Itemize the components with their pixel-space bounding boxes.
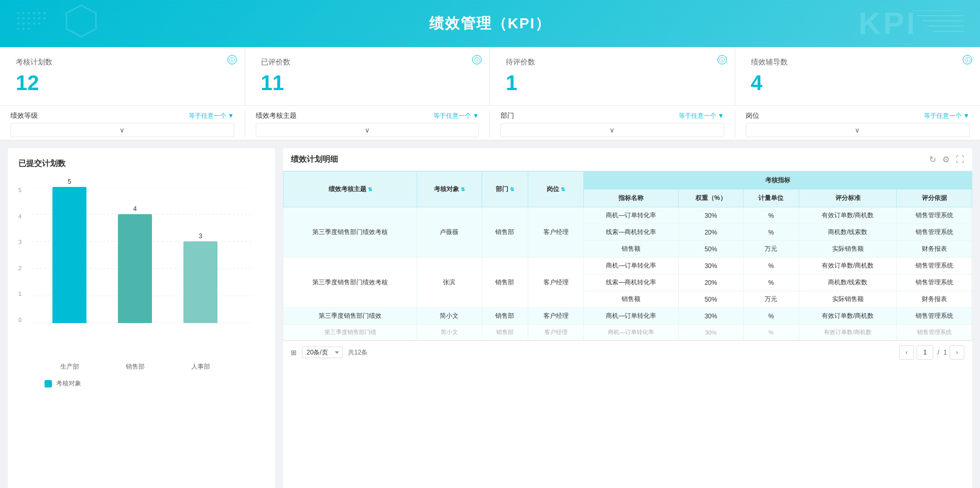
svg-point-13 [23,23,25,25]
fullscreen-icon[interactable]: ⛶ [956,155,964,164]
row-0-kpi-2-standard: 实际销售额 [799,241,897,258]
svg-point-2 [28,12,30,14]
row-1-kpi-1-standard: 商机数/线索数 [799,274,897,291]
row-1-kpi-1-basis: 销售管理系统 [897,274,972,291]
row-2-kpi-0-name: 商机—订单转化率 [584,308,679,325]
svg-point-10 [38,17,40,19]
filter-label-0: 绩效等级 [10,111,38,120]
th-theme: 绩效考核主题 ⇅ [284,172,417,207]
filter-link-1[interactable]: 等于任意一个 ▼ [433,112,479,120]
svg-point-1 [23,12,25,14]
row-2-position: 客户经理 [528,308,584,325]
row-0-kpi-1-name: 线索—商机转化率 [584,224,679,241]
filter-label-3: 岗位 [746,111,759,120]
partial-row-cell-6: % [743,325,799,340]
bar-0 [52,187,86,323]
row-0-kpi-1-standard: 商机数/线索数 [799,224,897,241]
filter-group-0: 绩效等级 等于任意一个 ▼ ∨ [0,111,245,137]
next-page-button[interactable]: › [950,345,964,360]
chart-bars: 5 4 3 [31,187,252,323]
refresh-icon[interactable]: ↻ [929,154,936,164]
pagination-right: ‹ / 1 › [899,345,964,360]
prev-page-button[interactable]: ‹ [899,345,914,360]
table-scroll[interactable]: 绩效考核主题 ⇅ 考核对象 ⇅ 部门 [283,171,972,340]
row-0-kpi-0-basis: 销售管理系统 [897,207,972,224]
x-label-0: 生产部 [52,362,86,371]
svg-point-6 [17,17,19,19]
row-1-kpi-0-basis: 销售管理系统 [897,258,972,274]
row-0-kpi-0-weight: 30% [679,207,743,224]
bar-2 [183,241,217,323]
row-0-kpi-2-unit: 万元 [743,241,799,258]
sort-icon-dept: ⇅ [510,186,514,192]
stat-info-icon-2[interactable]: ⓘ [717,55,727,64]
page-slash: / [936,349,941,356]
stat-label-2: 待评价数 [506,58,719,67]
th-kpi-name: 指标名称 [584,190,679,207]
filter-label-1: 绩效考核主题 [256,111,297,120]
page-total: 共12条 [348,348,367,357]
row-1-kpi-2-basis: 财务报表 [897,291,972,308]
row-0-dept: 销售部 [482,207,528,258]
y-label-0: 0 [18,317,21,323]
chevron-down-icon-2: ▼ [718,112,724,119]
page-title: 绩效管理（KPI） [429,14,551,34]
table-title: 绩效计划明细 [291,154,338,164]
stat-info-icon-1[interactable]: ⓘ [472,55,482,64]
svg-point-18 [23,28,25,30]
svg-point-14 [28,23,30,25]
row-2-person: 简小文 [417,308,482,325]
row-0-person: 卢薇薇 [417,207,482,258]
filter-select-1[interactable]: ∨ [256,123,480,137]
sort-icon-theme: ⇅ [368,186,372,192]
svg-marker-20 [67,5,96,37]
stat-label-0: 考核计划数 [16,58,229,67]
bar-value-label-1: 4 [133,205,137,213]
row-2-kpi-0-weight: 30% [679,308,743,325]
y-label-4: 4 [18,213,21,219]
settings-icon[interactable]: ⚙ [942,154,950,164]
sort-icon-position: ⇅ [561,186,565,192]
row-1-theme: 第三季度销售部门绩效考核 [284,258,417,308]
y-label-3: 3 [18,239,21,245]
row-1-kpi-2-standard: 实际销售额 [799,291,897,308]
filter-select-3[interactable]: ∨ [746,123,970,137]
current-page-input[interactable] [917,345,933,360]
stat-card-1: ⓘ 已评价数 11 [245,47,491,105]
partial-row-cell-8: 销售管理系统 [897,325,972,340]
row-2-theme: 第三季度销售部门绩效 [284,308,417,325]
row-0-theme: 第三季度销售部门绩效考核 [284,207,417,258]
svg-point-15 [33,23,35,25]
filter-group-1: 绩效考核主题 等于任意一个 ▼ ∨ [245,111,491,137]
stat-card-2: ⓘ 待评价数 1 [490,47,735,105]
filter-select-0[interactable]: ∨ [10,123,234,137]
x-label-1: 销售部 [118,362,152,371]
pagination-left: ⊞ 20条/页 50条/页 100条/页 共12条 [291,347,367,358]
table-header: 绩效计划明细 ↻ ⚙ ⛶ [283,148,972,171]
row-1-kpi-0-standard: 有效订单数/商机数 [799,258,897,274]
bar-group-2: 3 [183,232,217,323]
partial-row-cell-7: 有效订单数/商机数 [799,325,897,340]
sort-icon-person: ⇅ [461,186,465,192]
partial-row-cell-3: 客户经理 [528,325,584,340]
page-size-select[interactable]: 20条/页 50条/页 100条/页 [302,347,343,358]
filter-link-2[interactable]: 等于任意一个 ▼ [679,112,724,120]
filter-header-2: 部门 等于任意一个 ▼ [500,111,724,120]
stat-info-icon-0[interactable]: ⓘ [227,55,237,64]
layout-icon[interactable]: ⊞ [291,349,297,357]
row-0-kpi-0-name: 商机—订单转化率 [584,207,679,224]
filter-link-0[interactable]: 等于任意一个 ▼ [189,112,234,120]
filter-select-2[interactable]: ∨ [500,123,724,137]
stat-value-1: 11 [261,71,474,95]
svg-point-9 [33,17,35,19]
th-kpi-unit: 计量单位 [743,190,799,207]
row-2-dept: 销售部 [482,308,528,325]
filter-link-3[interactable]: 等于任意一个 ▼ [924,112,970,120]
y-label-2: 2 [18,265,21,271]
kpi-watermark: KPI [858,5,917,41]
stat-info-icon-3[interactable]: ⓘ [963,55,972,64]
bar-group-0: 5 [52,178,86,323]
row-1-person: 张滨 [417,258,482,308]
partial-row-cell-4: 商机—订单转化率 [584,325,679,340]
filter-group-3: 岗位 等于任意一个 ▼ ∨ [735,111,981,137]
